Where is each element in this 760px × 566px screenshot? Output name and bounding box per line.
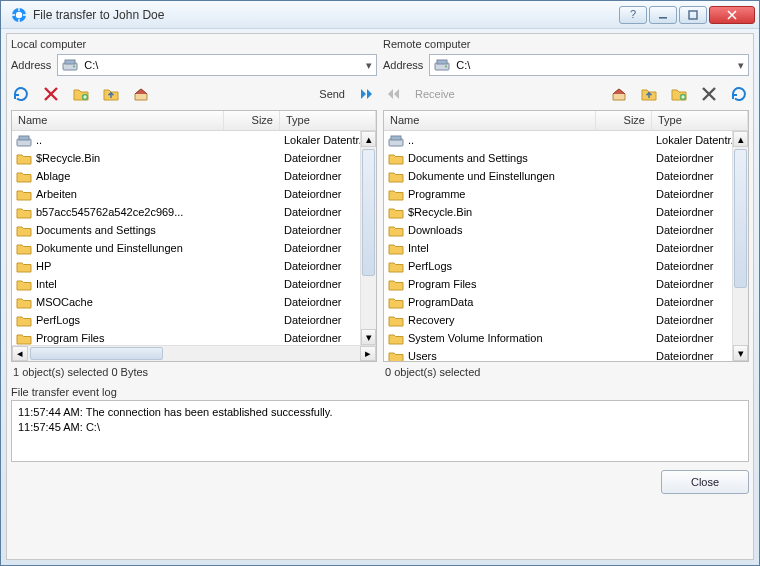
local-hscrollbar[interactable]: ◂ ▸ [12, 345, 376, 361]
new-folder-icon[interactable] [71, 84, 91, 104]
file-name: MSOCache [36, 296, 222, 308]
list-item[interactable]: Dokumente und EinstellungenDateiordner [384, 167, 748, 185]
send-button[interactable]: Send [317, 88, 347, 100]
log-line: 11:57:45 AM: C:\ [18, 420, 742, 435]
scroll-left-icon[interactable]: ◂ [12, 346, 28, 361]
home-icon[interactable] [131, 84, 151, 104]
parent-folder-icon[interactable] [101, 84, 121, 104]
list-item[interactable]: Program FilesDateiordner [384, 275, 748, 293]
remote-file-list: Name Size Type ..Lokaler Datentr...Docum… [383, 110, 749, 362]
close-button[interactable]: Close [661, 470, 749, 494]
drive-icon [16, 133, 32, 147]
delete-icon[interactable] [699, 84, 719, 104]
col-size[interactable]: Size [224, 111, 280, 130]
col-type[interactable]: Type [652, 111, 748, 130]
folder-icon [388, 205, 404, 219]
list-item[interactable]: ArbeitenDateiordner [12, 185, 376, 203]
file-name: Documents and Settings [36, 224, 222, 236]
scroll-up-icon[interactable]: ▴ [361, 131, 376, 147]
folder-icon [388, 313, 404, 327]
file-name: Recovery [408, 314, 594, 326]
list-item[interactable]: DownloadsDateiordner [384, 221, 748, 239]
folder-icon [388, 241, 404, 255]
scroll-down-icon[interactable]: ▾ [361, 329, 376, 345]
col-name[interactable]: Name [384, 111, 596, 130]
send-arrow-icon[interactable] [357, 84, 377, 104]
list-item[interactable]: AblageDateiordner [12, 167, 376, 185]
file-name: ProgramData [408, 296, 594, 308]
folder-icon [388, 151, 404, 165]
scroll-thumb[interactable] [30, 347, 163, 360]
svg-point-1 [16, 11, 22, 17]
chevron-down-icon: ▾ [366, 59, 372, 72]
titlebar[interactable]: File transfer to John Doe ? [1, 1, 759, 29]
svg-rect-10 [19, 136, 29, 140]
list-item[interactable]: $Recycle.BinDateiordner [12, 149, 376, 167]
scroll-up-icon[interactable]: ▴ [733, 131, 748, 147]
list-item[interactable]: b57acc545762a542ce2c969...Dateiordner [12, 203, 376, 221]
list-item[interactable]: HPDateiordner [12, 257, 376, 275]
file-name: Dokumente und Einstellungen [36, 242, 222, 254]
col-name[interactable]: Name [12, 111, 224, 130]
col-type[interactable]: Type [280, 111, 376, 130]
scroll-thumb[interactable] [734, 149, 747, 288]
file-name: Documents and Settings [408, 152, 594, 164]
remote-address-select[interactable]: C:\ ▾ [429, 54, 749, 76]
folder-icon [16, 223, 32, 237]
list-item[interactable]: PerfLogsDateiordner [12, 311, 376, 329]
window-close-button[interactable] [709, 6, 755, 24]
scroll-thumb[interactable] [362, 149, 375, 276]
local-address-select[interactable]: C:\ ▾ [57, 54, 377, 76]
list-item[interactable]: ProgrammeDateiordner [384, 185, 748, 203]
folder-icon [16, 187, 32, 201]
folder-icon [16, 313, 32, 327]
folder-icon [388, 349, 404, 361]
new-folder-icon[interactable] [669, 84, 689, 104]
folder-icon [16, 295, 32, 309]
file-name: Program Files [408, 278, 594, 290]
home-icon[interactable] [609, 84, 629, 104]
app-icon [11, 7, 27, 23]
remote-toolbar: Receive [383, 82, 749, 110]
folder-icon [16, 259, 32, 273]
local-toolbar: Send [11, 82, 377, 110]
event-log-box[interactable]: 11:57:44 AM: The connection has been est… [11, 400, 749, 462]
col-size[interactable]: Size [596, 111, 652, 130]
list-item[interactable]: $Recycle.BinDateiordner [384, 203, 748, 221]
list-item[interactable]: Documents and SettingsDateiordner [384, 149, 748, 167]
list-item[interactable]: ..Lokaler Datentr... [384, 131, 748, 149]
list-item[interactable]: Documents and SettingsDateiordner [12, 221, 376, 239]
list-item[interactable]: PerfLogsDateiordner [384, 257, 748, 275]
file-name: Program Files [36, 332, 222, 344]
refresh-icon[interactable] [11, 84, 31, 104]
local-title: Local computer [11, 38, 377, 50]
help-button[interactable]: ? [619, 6, 647, 24]
list-item[interactable]: IntelDateiordner [384, 239, 748, 257]
svg-point-7 [73, 66, 75, 68]
refresh-icon[interactable] [729, 84, 749, 104]
list-item[interactable]: ..Lokaler Datentr... [12, 131, 376, 149]
list-item[interactable]: RecoveryDateiordner [384, 311, 748, 329]
folder-icon [388, 259, 404, 273]
scroll-down-icon[interactable]: ▾ [733, 345, 748, 361]
receive-button: Receive [413, 88, 457, 100]
list-item[interactable]: UsersDateiordner [384, 347, 748, 361]
delete-icon[interactable] [41, 84, 61, 104]
parent-folder-icon[interactable] [639, 84, 659, 104]
remote-vscrollbar[interactable]: ▴ ▾ [732, 131, 748, 361]
list-item[interactable]: System Volume InformationDateiordner [384, 329, 748, 347]
file-name: b57acc545762a542ce2c969... [36, 206, 222, 218]
drive-icon [62, 57, 78, 73]
scroll-right-icon[interactable]: ▸ [360, 346, 376, 361]
svg-rect-4 [689, 11, 697, 19]
file-name: Ablage [36, 170, 222, 182]
list-item[interactable]: Program FilesDateiordner [12, 329, 376, 345]
maximize-button[interactable] [679, 6, 707, 24]
list-item[interactable]: IntelDateiordner [12, 275, 376, 293]
list-item[interactable]: Dokumente und EinstellungenDateiordner [12, 239, 376, 257]
folder-icon [16, 169, 32, 183]
list-item[interactable]: MSOCacheDateiordner [12, 293, 376, 311]
minimize-button[interactable] [649, 6, 677, 24]
list-item[interactable]: ProgramDataDateiordner [384, 293, 748, 311]
local-vscrollbar[interactable]: ▴ ▾ [360, 131, 376, 345]
